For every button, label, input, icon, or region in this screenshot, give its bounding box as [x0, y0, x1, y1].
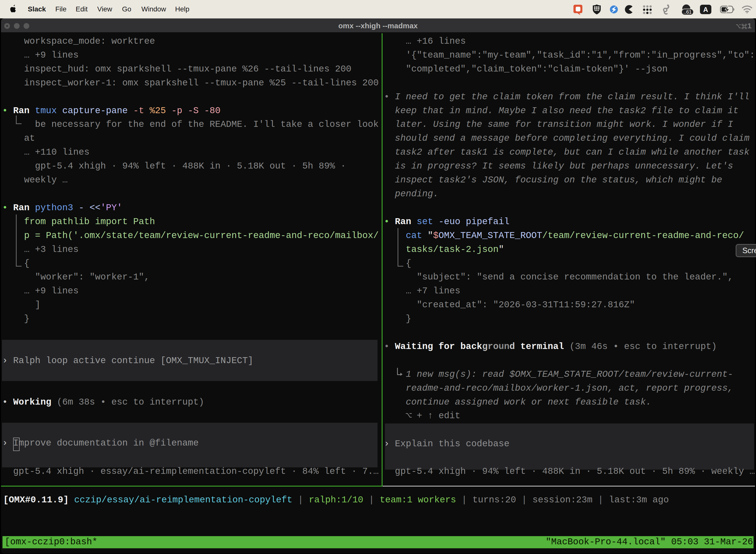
svg-text:A: A: [703, 6, 708, 13]
svg-text:..61: ..61: [683, 9, 692, 15]
